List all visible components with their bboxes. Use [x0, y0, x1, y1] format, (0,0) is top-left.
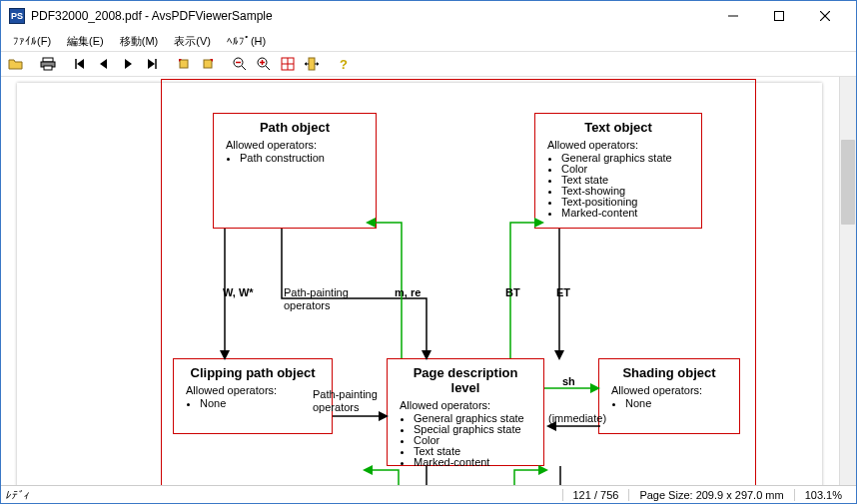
label-pathpaint1: Path-painting	[284, 286, 349, 299]
box-sub: Allowed operators:	[400, 399, 531, 411]
app-icon: PS	[9, 8, 25, 24]
pdf-page: Path object Allowed operators: Path cons…	[17, 83, 822, 485]
last-page-button[interactable]	[141, 53, 163, 75]
svg-marker-34	[366, 218, 376, 228]
menu-file[interactable]: ﾌｧｲﾙ(F)	[5, 33, 59, 49]
zoom-in-button[interactable]	[253, 53, 275, 75]
scrollbar-thumb[interactable]	[841, 140, 855, 225]
box-title: Text object	[547, 120, 689, 135]
box-clipping: Clipping path object Allowed operators: …	[173, 358, 333, 434]
arrow-partial-right	[506, 462, 550, 485]
open-button[interactable]	[5, 53, 27, 75]
svg-marker-44	[363, 465, 373, 475]
rotate-right-button[interactable]	[197, 53, 219, 75]
window-title: PDF32000_2008.pdf - AvsPDFViewerSample	[31, 9, 710, 23]
box-shading: Shading object Allowed operators: None	[598, 358, 740, 434]
svg-marker-43	[379, 411, 389, 421]
label-bt: BT	[505, 286, 520, 299]
svg-marker-28	[305, 62, 307, 66]
svg-text:?: ?	[340, 57, 348, 72]
status-ready: ﾚﾃﾞｨ	[5, 489, 29, 501]
box-sub: Allowed operators:	[547, 139, 689, 151]
svg-line-16	[242, 66, 246, 70]
label-ww: W, W*	[223, 286, 254, 299]
list-item: None	[625, 397, 727, 409]
svg-marker-29	[317, 62, 319, 66]
box-title: Shading object	[611, 365, 727, 380]
print-button[interactable]	[37, 53, 59, 75]
svg-rect-13	[180, 60, 188, 68]
first-page-button[interactable]	[69, 53, 91, 75]
svg-marker-11	[148, 59, 155, 69]
box-sub: Allowed operators:	[186, 384, 320, 396]
label-pathpaint2: Path-painting	[313, 388, 378, 401]
document-viewport[interactable]: Path object Allowed operators: Path cons…	[1, 77, 839, 485]
svg-marker-33	[422, 350, 431, 360]
label-et: ET	[556, 286, 570, 299]
label-pathpaint2b: operators	[313, 401, 359, 414]
box-title: Path object	[226, 120, 364, 135]
title-bar: PS PDF32000_2008.pdf - AvsPDFViewerSampl…	[1, 1, 856, 31]
box-text-object: Text object Allowed operators: General g…	[534, 113, 702, 229]
status-bar: ﾚﾃﾞｨ 121 / 756 Page Size: 209.9 x 297.0 …	[1, 485, 856, 503]
list-item: None	[200, 397, 320, 409]
menu-move[interactable]: 移動(M)	[112, 32, 167, 51]
svg-rect-14	[204, 60, 212, 68]
box-pagedesc: Page description level Allowed operators…	[387, 358, 544, 466]
svg-marker-32	[220, 350, 230, 360]
fit-width-button[interactable]	[301, 53, 323, 75]
status-page: 121 / 756	[562, 489, 629, 501]
status-pagesize: Page Size: 209.9 x 297.0 mm	[628, 489, 793, 501]
maximize-button[interactable]	[756, 2, 802, 30]
box-sub: Allowed operators:	[226, 139, 364, 151]
zoom-out-button[interactable]	[229, 53, 251, 75]
box-title: Page description level	[400, 365, 531, 395]
arrow-partial-down1	[417, 466, 436, 485]
vertical-scrollbar[interactable]	[839, 77, 856, 485]
svg-marker-35	[534, 218, 544, 228]
svg-line-19	[266, 66, 270, 70]
label-pathpaint1b: operators	[284, 299, 330, 312]
minimize-button[interactable]	[710, 2, 756, 30]
label-sh: sh	[562, 375, 575, 388]
svg-marker-39	[590, 383, 600, 393]
menu-edit[interactable]: 編集(E)	[59, 32, 112, 51]
box-sub: Allowed operators:	[611, 384, 727, 396]
toolbar: ?	[1, 51, 856, 77]
next-page-button[interactable]	[117, 53, 139, 75]
menu-help[interactable]: ﾍﾙﾌﾟ(H)	[219, 33, 274, 49]
rotate-left-button[interactable]	[173, 53, 195, 75]
menu-bar: ﾌｧｲﾙ(F) 編集(E) 移動(M) 表示(V) ﾍﾙﾌﾟ(H)	[1, 31, 856, 51]
fit-page-button[interactable]	[277, 53, 299, 75]
svg-rect-6	[44, 66, 52, 70]
svg-rect-25	[309, 58, 315, 70]
menu-view[interactable]: 表示(V)	[166, 32, 219, 51]
svg-rect-4	[43, 58, 53, 62]
list-item: Marked-content	[561, 207, 689, 219]
label-mre: m, re	[395, 286, 421, 299]
svg-marker-9	[100, 59, 107, 69]
prev-page-button[interactable]	[93, 53, 115, 75]
status-zoom: 103.1%	[794, 489, 852, 501]
content-area: Path object Allowed operators: Path cons…	[1, 77, 856, 485]
box-title: Clipping path object	[186, 365, 320, 380]
svg-marker-8	[77, 59, 84, 69]
close-button[interactable]	[802, 2, 848, 30]
svg-rect-1	[775, 12, 784, 21]
arrow-partial-left	[363, 462, 407, 485]
arrow-partial-down2	[550, 466, 570, 485]
svg-marker-10	[125, 59, 132, 69]
svg-marker-45	[538, 465, 548, 475]
label-immediate: (immediate)	[548, 412, 606, 425]
list-item: Path construction	[240, 152, 364, 164]
box-path-object: Path object Allowed operators: Path cons…	[213, 113, 377, 229]
svg-marker-37	[554, 350, 564, 360]
help-button[interactable]: ?	[333, 53, 355, 75]
